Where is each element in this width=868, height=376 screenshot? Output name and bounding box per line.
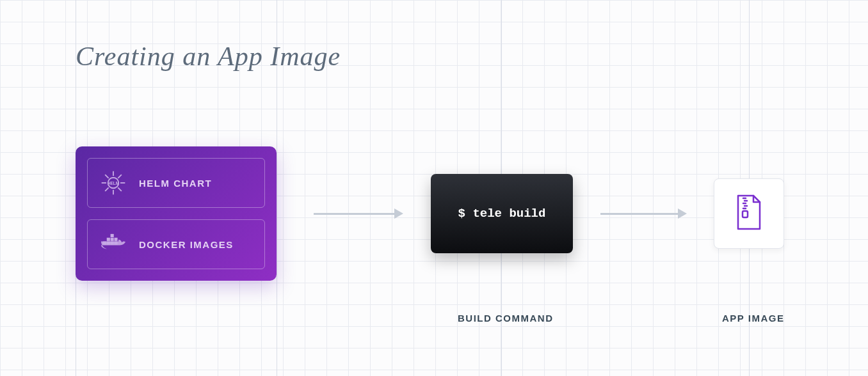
- app-image-card: [714, 178, 784, 249]
- helm-chart-row: HELM HELM CHART: [87, 158, 265, 208]
- inputs-card: HELM HELM CHART DOCKER IMAGES: [76, 146, 277, 281]
- docker-icon: [99, 230, 127, 258]
- svg-line-7: [105, 187, 109, 191]
- arrow-icon: [314, 212, 403, 215]
- svg-rect-17: [111, 234, 114, 237]
- svg-rect-16: [114, 238, 117, 241]
- build-command-text: $ tele build: [458, 207, 546, 221]
- svg-line-8: [118, 175, 122, 178]
- arrow-icon: [600, 212, 687, 215]
- svg-rect-14: [107, 238, 110, 241]
- svg-line-5: [105, 175, 109, 178]
- zip-file-icon: [733, 193, 765, 234]
- docker-images-label: DOCKER IMAGES: [139, 239, 234, 250]
- svg-rect-15: [111, 238, 114, 241]
- svg-text:HELM: HELM: [108, 181, 119, 185]
- helm-chart-label: HELM CHART: [139, 178, 212, 189]
- app-image-label: APP IMAGE: [722, 313, 784, 324]
- helm-icon: HELM: [99, 169, 127, 197]
- diagram-title: Creating an App Image: [76, 41, 341, 72]
- docker-images-row: DOCKER IMAGES: [87, 219, 265, 269]
- build-command-label: BUILD COMMAND: [458, 313, 553, 324]
- svg-line-6: [118, 187, 122, 191]
- build-terminal: $ tele build: [431, 174, 573, 253]
- svg-rect-23: [743, 211, 748, 217]
